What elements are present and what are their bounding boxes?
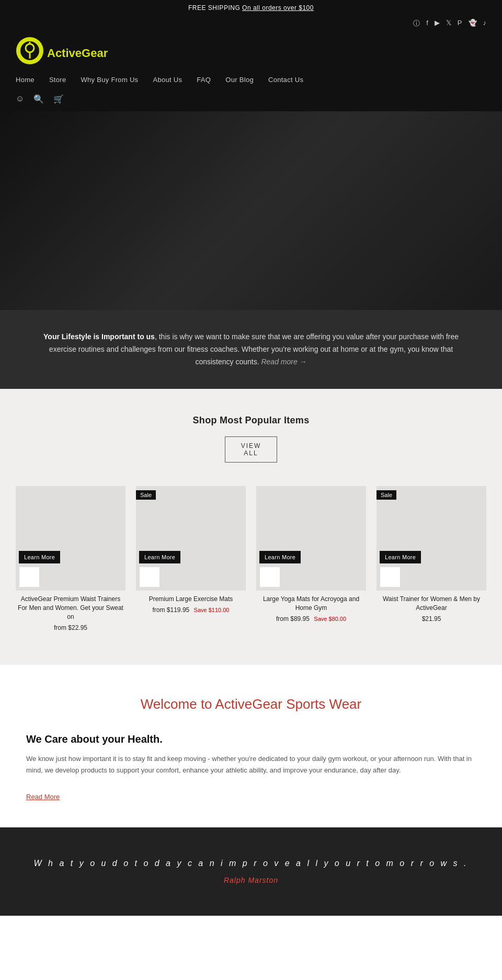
shop-title: Shop Most Popular Items: [16, 415, 486, 426]
logo-icon: [16, 37, 44, 65]
lifestyle-text: Your Lifestyle is Important to us, this …: [42, 331, 460, 368]
product-image-2: Sale Learn More: [136, 486, 246, 591]
product-price-2: from $119.95 Save $110.00: [138, 606, 244, 614]
product-name-1: ActiveGear Premium Waist Trainers For Me…: [18, 595, 123, 621]
hero-section: [0, 111, 502, 310]
welcome-title: Welcome to ActiveGear Sports Wear: [26, 696, 476, 712]
quote-section: W h a t y o u d o t o d a y c a n i m p …: [0, 827, 502, 916]
account-icon[interactable]: ☺: [16, 94, 24, 104]
youtube-icon[interactable]: ▶: [435, 19, 440, 28]
sale-badge-4: Sale: [376, 490, 396, 500]
learn-more-btn-1[interactable]: Learn More: [19, 551, 60, 563]
product-info-3: Large Yoga Mats for Acroyoga and Home Gy…: [256, 591, 366, 625]
save-text-3: Save $80.00: [314, 616, 346, 622]
product-card-2: Sale Learn More Premium Large Exercise M…: [136, 486, 246, 633]
product-card-4: Sale Learn More Waist Trainer for Women …: [376, 486, 486, 633]
learn-more-btn-3[interactable]: Learn More: [259, 551, 301, 563]
snapchat-icon[interactable]: 👻: [469, 19, 477, 28]
logo-text: ActiveGear: [47, 47, 108, 60]
original-price-3: from $89.95: [276, 615, 310, 622]
view-all-button[interactable]: VIEWALL: [225, 436, 278, 463]
products-grid: Learn More ActiveGear Premium Waist Trai…: [16, 486, 486, 633]
product-image-3: Learn More: [256, 486, 366, 591]
original-price-2: from $119.95: [153, 606, 190, 614]
facebook-icon[interactable]: f: [426, 19, 428, 28]
social-bar: ⓘ f ▶ 𝕏 P 👻 ♪: [0, 16, 502, 31]
instagram-icon[interactable]: ⓘ: [413, 19, 420, 28]
product-thumb-1: [19, 567, 40, 587]
pinterest-icon[interactable]: P: [458, 19, 462, 28]
search-icon[interactable]: 🔍: [33, 94, 44, 104]
care-title: We Care about your Health.: [26, 733, 476, 745]
product-price-1: from $22.95: [18, 624, 123, 631]
product-info-1: ActiveGear Premium Waist Trainers For Me…: [16, 591, 126, 633]
nav-about[interactable]: About Us: [153, 76, 182, 84]
product-thumb-4: [380, 567, 401, 587]
learn-more-btn-4[interactable]: Learn More: [380, 551, 421, 563]
price-value-1: from $22.95: [54, 624, 87, 631]
product-card-1: Learn More ActiveGear Premium Waist Trai…: [16, 486, 126, 633]
product-image-4: Sale Learn More: [376, 486, 486, 591]
announcement-text: FREE SHIPPING: [188, 4, 240, 11]
quote-author: Ralph Marston: [21, 876, 481, 884]
learn-more-btn-2[interactable]: Learn More: [139, 551, 180, 563]
quote-text: W h a t y o u d o t o d a y c a n i m p …: [21, 859, 481, 868]
lifestyle-bold: Your Lifestyle is Important to us: [43, 332, 155, 341]
product-image-1: Learn More: [16, 486, 126, 591]
nav-contact[interactable]: Contact Us: [268, 76, 303, 84]
product-info-4: Waist Trainer for Women & Men by ActiveG…: [376, 591, 486, 625]
tiktok-icon[interactable]: ♪: [483, 19, 487, 28]
care-block: We Care about your Health. We know just …: [26, 733, 476, 801]
nav-store[interactable]: Store: [49, 76, 66, 84]
nav-blog[interactable]: Our Blog: [225, 76, 254, 84]
logo-gear: Gear: [82, 47, 108, 60]
shop-section: Shop Most Popular Items VIEWALL Learn Mo…: [0, 389, 502, 664]
main-nav: Home Store Why Buy From Us About Us FAQ …: [16, 71, 303, 89]
product-price-3: from $89.95 Save $80.00: [258, 615, 364, 622]
product-name-4: Waist Trainer for Women & Men by ActiveG…: [379, 595, 484, 613]
sale-badge-2: Sale: [136, 490, 156, 500]
nav-home[interactable]: Home: [16, 76, 35, 84]
read-more-link[interactable]: Read More: [26, 793, 60, 801]
product-info-2: Premium Large Exercise Mats from $119.95…: [136, 591, 246, 616]
product-thumb-2: [139, 567, 160, 587]
welcome-section: Welcome to ActiveGear Sports Wear We Car…: [0, 665, 502, 827]
announcement-link[interactable]: On all orders over $100: [242, 4, 314, 11]
header-icons: ☺ 🔍 🛒: [16, 89, 64, 111]
announcement-bar: FREE SHIPPING On all orders over $100: [0, 0, 502, 16]
cart-icon[interactable]: 🛒: [53, 94, 64, 104]
product-card-3: Learn More Large Yoga Mats for Acroyoga …: [256, 486, 366, 633]
header: ActiveGear Home Store Why Buy From Us Ab…: [0, 31, 502, 111]
lifestyle-section: Your Lifestyle is Important to us, this …: [0, 310, 502, 389]
save-text-2: Save $110.00: [194, 607, 230, 613]
product-name-3: Large Yoga Mats for Acroyoga and Home Gy…: [258, 595, 364, 613]
product-price-4: $21.95: [379, 615, 484, 622]
product-name-2: Premium Large Exercise Mats: [138, 595, 244, 604]
nav-why-buy[interactable]: Why Buy From Us: [81, 76, 138, 84]
hero-image: [0, 111, 502, 310]
read-more-link[interactable]: Read more →: [261, 358, 306, 366]
price-value-4: $21.95: [422, 615, 441, 622]
logo-active: Active: [47, 47, 82, 60]
product-thumb-3: [259, 567, 280, 587]
nav-faq[interactable]: FAQ: [197, 76, 211, 84]
logo-area[interactable]: ActiveGear: [16, 37, 108, 65]
twitter-icon[interactable]: 𝕏: [446, 19, 451, 28]
care-text: We know just how important it is to stay…: [26, 753, 476, 776]
